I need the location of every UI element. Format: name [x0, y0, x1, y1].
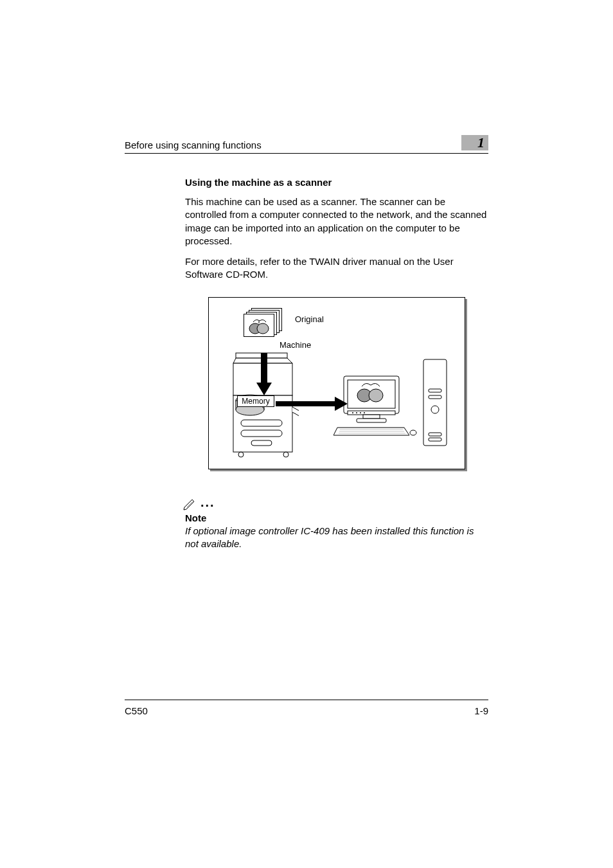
- arrow-right-icon: [276, 397, 348, 411]
- paragraph: This machine can be used as a scanner. T…: [185, 195, 488, 248]
- svg-rect-27: [363, 415, 380, 419]
- svg-rect-38: [429, 438, 441, 441]
- svg-point-13: [283, 452, 289, 457]
- paragraph: For more details, refer to the TWAIN dri…: [185, 255, 488, 282]
- page-header: Before using scanning functions 1: [125, 135, 488, 154]
- svg-rect-10: [241, 430, 282, 437]
- memory-label: Memory: [237, 395, 274, 407]
- svg-rect-28: [357, 419, 386, 422]
- svg-point-1: [257, 323, 269, 334]
- svg-rect-35: [429, 395, 441, 399]
- fruit-icon: [244, 314, 275, 338]
- page-footer: C550 1-9: [125, 700, 488, 716]
- svg-rect-9: [241, 420, 282, 426]
- svg-rect-22: [348, 411, 395, 415]
- ellipsis-icon: ...: [200, 495, 215, 511]
- pc-tower-icon: [422, 358, 448, 448]
- svg-rect-16: [276, 401, 336, 406]
- original-label: Original: [295, 314, 324, 324]
- arrow-down-icon: [256, 353, 272, 395]
- chapter-number: 1: [477, 134, 484, 151]
- svg-point-24: [356, 412, 357, 413]
- diagram-container: Original Machine: [185, 297, 488, 469]
- scanner-diagram: Original Machine: [208, 297, 465, 469]
- note-icon-row: ...: [182, 495, 488, 511]
- svg-marker-15: [256, 383, 272, 395]
- svg-point-21: [369, 389, 383, 402]
- svg-rect-11: [251, 440, 272, 446]
- original-document-icon: [244, 308, 287, 336]
- note-label: Note: [185, 512, 488, 523]
- header-title: Before using scanning functions: [125, 140, 262, 150]
- svg-point-23: [352, 412, 353, 413]
- svg-point-32: [410, 430, 416, 435]
- monitor-icon: [342, 375, 400, 425]
- section-title: Using the machine as a scanner: [185, 177, 488, 188]
- svg-rect-34: [429, 389, 441, 392]
- svg-point-26: [364, 412, 365, 413]
- note-text: If optional image controller IC-409 has …: [185, 525, 488, 551]
- svg-point-12: [238, 452, 244, 457]
- svg-point-36: [431, 406, 439, 413]
- footer-page: 1-9: [474, 705, 488, 716]
- machine-label: Machine: [280, 340, 311, 350]
- keyboard-icon: [333, 426, 417, 438]
- note-pencil-icon: [182, 496, 198, 511]
- svg-rect-14: [261, 353, 267, 384]
- chapter-badge: 1: [461, 135, 488, 150]
- footer-model: C550: [125, 705, 148, 716]
- svg-marker-17: [335, 397, 348, 411]
- svg-rect-37: [429, 433, 441, 436]
- svg-point-25: [360, 412, 361, 413]
